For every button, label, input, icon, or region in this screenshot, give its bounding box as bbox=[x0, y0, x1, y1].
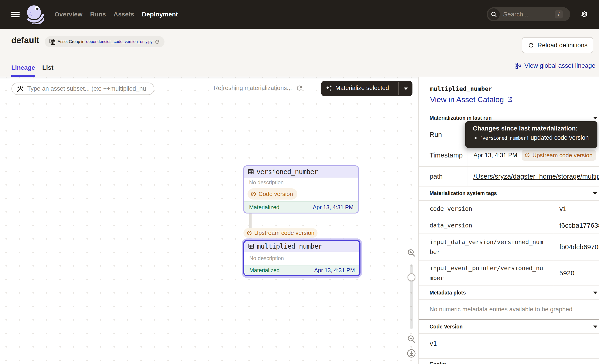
asset-node-versioned-number[interactable]: versioned_number No description Code ver… bbox=[243, 165, 359, 214]
table-icon bbox=[248, 168, 254, 175]
asset-group-file-link[interactable]: dependencies_code_version_only.py bbox=[86, 39, 153, 44]
changed-icon bbox=[250, 191, 256, 197]
table-row-input-event-pointer: input_event_pointer/versioned_number 592… bbox=[419, 260, 599, 286]
refreshing-status: Refreshing materializations... bbox=[213, 83, 303, 93]
search-icon bbox=[488, 8, 500, 20]
collapse-caret-icon bbox=[593, 325, 598, 328]
zoom-controls bbox=[405, 77, 418, 364]
path-link[interactable]: /Users/sryza/dagster_home/storage/multip… bbox=[474, 173, 599, 180]
download-icon[interactable] bbox=[406, 348, 416, 358]
zoom-in-icon[interactable] bbox=[406, 248, 416, 258]
magnifier-plus-icon bbox=[406, 248, 416, 258]
table-row-path: path /Users/sryza/dagster_home/storage/m… bbox=[419, 166, 599, 186]
view-in-asset-catalog-link[interactable]: View in Asset Catalog bbox=[430, 95, 513, 104]
asset-lineage-graph: Type an asset subset... (ex: ++multiplie… bbox=[0, 77, 418, 364]
materialized-status: Materialized bbox=[249, 267, 280, 274]
upstream-code-version-badge: Upstream code version bbox=[522, 150, 596, 161]
table-row-data-version: data_version f6ccba177638 bbox=[419, 217, 599, 234]
zoom-out-icon[interactable] bbox=[406, 334, 416, 344]
upstream-code-version-badge: Upstream code version bbox=[244, 228, 317, 238]
table-icon bbox=[248, 243, 254, 249]
changed-icon bbox=[524, 152, 530, 158]
code-version-badge: Code version bbox=[247, 188, 297, 199]
op-selector-icon bbox=[17, 85, 24, 93]
external-link-icon bbox=[507, 96, 513, 103]
collapse-caret-icon bbox=[593, 291, 598, 294]
lineage-icon bbox=[515, 62, 522, 69]
zoom-slider-handle[interactable] bbox=[407, 273, 415, 281]
nav-overview[interactable]: Overview bbox=[54, 11, 83, 18]
download-circle-icon bbox=[406, 348, 416, 358]
magnifier-minus-icon bbox=[406, 334, 416, 344]
sidebar-asset-title: multiplied_number bbox=[430, 85, 492, 92]
page-header: default Asset Group in dependencies_code… bbox=[0, 29, 599, 77]
materialize-selected-button[interactable]: Materialize selected bbox=[321, 81, 413, 96]
collapse-caret-icon bbox=[593, 192, 598, 195]
asset-group-icon bbox=[49, 38, 56, 45]
magnifier-icon bbox=[490, 11, 498, 18]
metadata-plots-note: No numeric metadata entries available to… bbox=[419, 299, 599, 319]
page-title: default bbox=[11, 35, 39, 45]
search-input[interactable]: Search... / bbox=[487, 7, 570, 21]
dagster-logo[interactable] bbox=[27, 5, 44, 24]
asset-subset-placeholder: Type an asset subset... (ex: ++multiplie… bbox=[27, 85, 146, 92]
refresh-icon bbox=[296, 84, 303, 92]
dagster-octopus-icon bbox=[27, 5, 44, 24]
refresh-icon bbox=[528, 42, 534, 49]
view-global-asset-lineage-link[interactable]: View global asset lineage bbox=[515, 62, 595, 69]
search-shortcut-badge: / bbox=[555, 10, 563, 18]
section-metadata-plots[interactable]: Metadata plots bbox=[419, 286, 599, 299]
changes-tooltip: Changes since last materialization: [ver… bbox=[465, 121, 598, 148]
tab-lineage[interactable]: Lineage bbox=[11, 64, 35, 77]
refresh-icon bbox=[154, 39, 160, 45]
table-row-input-data-version: input_data_version/versioned_number fb04… bbox=[419, 234, 599, 260]
section-system-tags[interactable]: Materialization system tags bbox=[419, 186, 599, 200]
nav-deployment[interactable]: Deployment bbox=[142, 11, 178, 18]
search-placeholder: Search... bbox=[503, 11, 528, 18]
settings-gear-icon[interactable] bbox=[581, 11, 588, 18]
asset-subset-input[interactable]: Type an asset subset... (ex: ++multiplie… bbox=[11, 83, 154, 95]
materialized-time: Apr 13, 4:31 PM bbox=[313, 204, 353, 211]
section-config[interactable]: Config bbox=[419, 358, 599, 364]
table-row-code-version: code_version v1 bbox=[419, 200, 599, 217]
top-navigation-bar: Overview Runs Assets Deployment Search..… bbox=[0, 0, 599, 29]
collapse-caret-icon bbox=[593, 117, 598, 120]
primary-nav: Overview Runs Assets Deployment bbox=[54, 0, 178, 29]
asset-node-multiplied-number[interactable]: multiplied_number No description Materia… bbox=[243, 240, 361, 276]
changed-icon bbox=[247, 230, 252, 236]
code-version-value: v1 bbox=[419, 333, 599, 358]
sparkles-icon bbox=[325, 85, 333, 93]
gear-icon bbox=[581, 11, 588, 18]
asset-group-pill: Asset Group in dependencies_code_version… bbox=[45, 36, 165, 47]
reload-definitions-button[interactable]: Reload definitions bbox=[522, 37, 593, 53]
nav-runs[interactable]: Runs bbox=[90, 11, 106, 18]
menu-icon[interactable] bbox=[11, 12, 20, 17]
tab-list[interactable]: List bbox=[42, 64, 53, 77]
asset-detail-sidebar: multiplied_number View in Asset Catalog … bbox=[418, 77, 599, 364]
materialized-status: Materialized bbox=[249, 204, 280, 211]
asset-group-label: Asset Group in bbox=[58, 39, 84, 44]
view-tabs: Lineage List bbox=[11, 64, 53, 77]
asset-group-table-icon bbox=[49, 38, 56, 45]
reload-group-icon[interactable] bbox=[154, 39, 160, 45]
nav-assets[interactable]: Assets bbox=[114, 11, 134, 18]
materialized-time: Apr 13, 4:31 PM bbox=[314, 267, 355, 274]
section-code-version[interactable]: Code Version bbox=[419, 320, 599, 333]
